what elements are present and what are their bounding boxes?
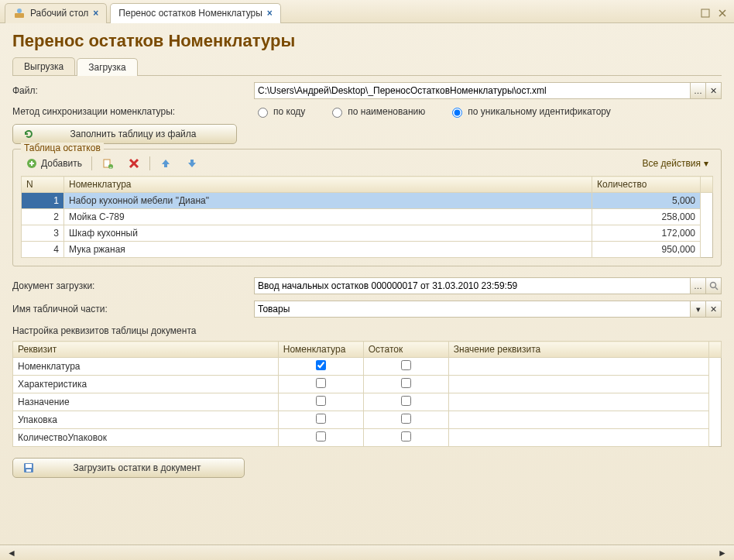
app-tab-desktop[interactable]: Рабочий стол × <box>5 3 107 23</box>
tabpart-clear-button[interactable]: ✕ <box>706 301 722 318</box>
cell-val <box>448 411 708 429</box>
cell-n: 3 <box>22 225 64 242</box>
load-button[interactable]: Загрузить остатки в документ <box>12 458 245 478</box>
col-req[interactable]: Реквизит <box>13 342 279 358</box>
checkbox-rest[interactable] <box>401 378 411 388</box>
cell-val <box>448 393 708 411</box>
table-row[interactable]: Упаковка <box>13 411 722 429</box>
sub-tabs: Выгрузка Загрузка <box>0 57 734 75</box>
cell-nomen: Шкаф кухонный <box>64 225 592 242</box>
table-row[interactable]: 1Набор кухонной мебели "Диана"5,000 <box>22 193 713 209</box>
checkbox-rest[interactable] <box>401 396 411 406</box>
checkbox-nomen[interactable] <box>316 360 326 370</box>
doc-label: Документ загрузки: <box>12 280 254 291</box>
table-row[interactable]: КоличествоУпаковок <box>13 429 722 447</box>
checkbox-nomen[interactable] <box>316 414 326 424</box>
cell-nomen: Набор кухонной мебели "Диана" <box>64 193 592 209</box>
requisites-table: Реквизит Номенклатура Остаток Значение р… <box>12 341 722 447</box>
file-input[interactable] <box>254 82 691 99</box>
radio-by-code[interactable]: по коду <box>254 105 305 118</box>
cell-n: 1 <box>22 193 64 209</box>
checkbox-nomen[interactable] <box>316 396 326 406</box>
col-nomen[interactable]: Номенклатура <box>64 177 592 193</box>
svg-rect-0 <box>15 13 24 18</box>
close-icon[interactable]: × <box>93 8 98 19</box>
copy-button[interactable]: + <box>97 156 118 171</box>
scrollbar[interactable] <box>709 342 722 358</box>
col-req-val[interactable]: Значение реквизита <box>448 342 708 358</box>
tab-export[interactable]: Выгрузка <box>12 57 75 75</box>
tabpart-label: Имя табличной части: <box>12 304 254 314</box>
doc-open-button[interactable] <box>706 277 722 294</box>
radio-by-name[interactable]: по наименованию <box>328 105 425 118</box>
tabpart-input[interactable] <box>254 301 691 318</box>
table-row[interactable]: 3Шкаф кухонный172,000 <box>22 225 713 242</box>
cell-nomen: Мойка С-789 <box>64 209 592 225</box>
file-label: Файл: <box>12 85 254 96</box>
col-qty[interactable]: Количество <box>592 177 701 193</box>
checkbox-rest[interactable] <box>401 360 411 370</box>
svg-line-14 <box>715 287 718 290</box>
balances-table: N Номенклатура Количество 1Набор кухонно… <box>21 176 713 258</box>
cell-n: 2 <box>22 209 64 225</box>
statusbar: ◄ ► <box>0 545 734 560</box>
file-browse-button[interactable]: … <box>691 82 706 99</box>
refresh-icon <box>22 128 35 140</box>
tab-import[interactable]: Загрузка <box>77 58 138 76</box>
cell-qty: 5,000 <box>592 193 701 209</box>
cell-req: Назначение <box>13 393 279 411</box>
cell-val <box>448 358 708 376</box>
page-title: Перенос остатков Номенклатуры <box>0 23 734 57</box>
save-icon <box>22 462 35 474</box>
table-row[interactable]: Назначение <box>13 393 722 411</box>
doc-input[interactable] <box>254 277 691 294</box>
svg-rect-2 <box>701 9 709 17</box>
cell-val <box>448 376 708 393</box>
all-actions-link[interactable]: Все действия ▾ <box>638 156 713 170</box>
balances-fieldset: Таблица остатков Добавить + Все дейс <box>12 149 722 266</box>
scrollbar[interactable] <box>701 177 713 193</box>
checkbox-nomen[interactable] <box>316 378 326 388</box>
desktop-icon <box>13 7 26 19</box>
fill-table-button[interactable]: Заполнить таблицу из файла <box>12 124 237 144</box>
cell-qty: 258,000 <box>592 209 701 225</box>
cell-nomen: Мука ржаная <box>64 242 592 258</box>
doc-browse-button[interactable]: … <box>691 277 706 294</box>
move-down-button[interactable] <box>181 156 203 171</box>
checkbox-rest[interactable] <box>401 414 411 424</box>
close-icon[interactable]: × <box>267 8 273 19</box>
cell-n: 4 <box>22 242 64 258</box>
cell-qty: 172,000 <box>592 225 701 242</box>
cell-req: Характеристика <box>13 376 279 393</box>
tabpart-dropdown-button[interactable]: ▾ <box>691 301 706 318</box>
radio-by-uid[interactable]: по уникальному идентификатору <box>448 105 611 118</box>
window-close-icon[interactable] <box>715 6 729 20</box>
sync-label: Метод синхронизации номенклатуры: <box>12 106 254 117</box>
add-button[interactable]: Добавить <box>21 156 87 171</box>
app-tab-transfer[interactable]: Перенос остатков Номенклатуры × <box>110 3 281 23</box>
table-row[interactable]: 2Мойка С-789258,000 <box>22 209 713 225</box>
checkbox-rest[interactable] <box>401 431 411 441</box>
svg-point-1 <box>17 9 22 13</box>
window-restore-icon[interactable] <box>698 6 712 20</box>
file-clear-button[interactable]: ✕ <box>706 82 722 99</box>
table-toolbar: Добавить + Все действия ▾ <box>21 156 713 171</box>
table-row[interactable]: Номенклатура <box>13 358 722 376</box>
svg-point-13 <box>710 283 715 288</box>
checkbox-nomen[interactable] <box>316 431 326 441</box>
req-label: Настройка реквизитов таблицы документа <box>12 325 722 336</box>
col-req-nomen[interactable]: Номенклатура <box>278 342 363 358</box>
nav-left-icon[interactable]: ◄ <box>5 546 19 560</box>
move-up-button[interactable] <box>155 156 177 171</box>
delete-button[interactable] <box>123 156 145 171</box>
table-row[interactable]: Характеристика <box>13 376 722 393</box>
cell-req: Номенклатура <box>13 358 279 376</box>
svg-text:+: + <box>109 165 112 170</box>
col-n[interactable]: N <box>22 177 64 193</box>
dropdown-icon: ▾ <box>704 158 708 169</box>
nav-right-icon[interactable]: ► <box>715 546 729 560</box>
cell-req: КоличествоУпаковок <box>13 429 279 447</box>
col-req-rest[interactable]: Остаток <box>363 342 448 358</box>
table-row[interactable]: 4Мука ржаная950,000 <box>22 242 713 258</box>
svg-rect-16 <box>26 464 32 468</box>
